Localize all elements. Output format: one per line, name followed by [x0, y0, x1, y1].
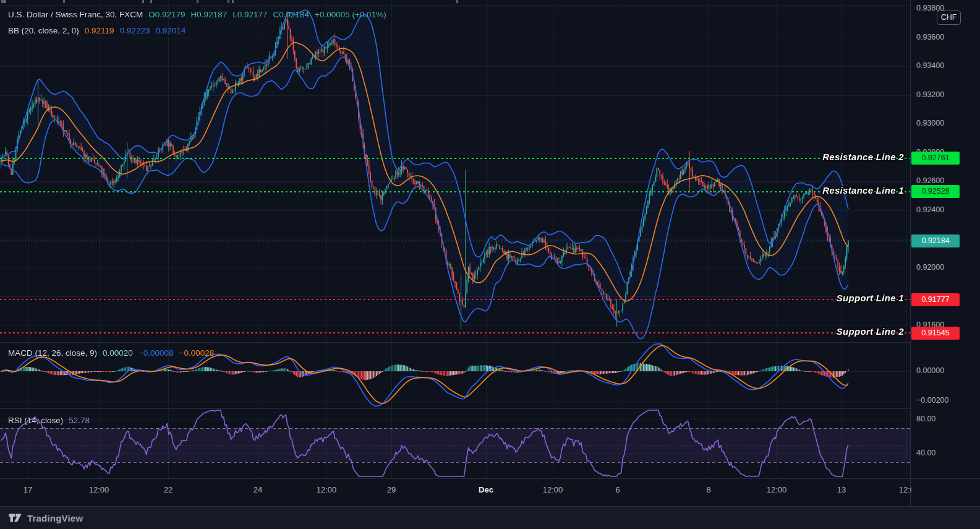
legend-value: O0.92179 — [148, 10, 185, 19]
legend-value: H0.92187 — [191, 10, 228, 19]
clipped-toolbar-text-fragment — [228, 0, 229, 3]
level-line-label[interactable]: Resistance Line 1 — [822, 185, 904, 196]
time-axis-label: 29 — [387, 485, 396, 494]
price-axis-label: 0.92400 — [916, 205, 944, 214]
legend-value: +0.00005 (+0.01%) — [315, 10, 386, 19]
price-axis-label: 0.93600 — [916, 33, 944, 41]
level-line-label[interactable]: Resistance Line 2 — [822, 152, 904, 162]
time-axis-label: 12:00 — [89, 485, 109, 494]
clipped-toolbar-text-fragment — [63, 0, 65, 3]
price-axis-border — [910, 0, 911, 506]
level-line-label[interactable]: Support Line 2 — [837, 326, 904, 337]
clipped-toolbar-text-fragment — [150, 0, 152, 3]
time-axis-label: 24 — [254, 485, 262, 494]
clipped-toolbar-text-fragment — [197, 0, 198, 3]
clipped-toolbar-text-fragment — [456, 0, 458, 3]
legend-value: −0.00028 — [179, 348, 215, 358]
support-line-1[interactable]: Support Line 1 — [0, 299, 910, 300]
time-axis-label: 12:00 — [767, 485, 787, 494]
chart-top-border — [0, 6, 910, 6]
support-line-2[interactable]: Support Line 2 — [0, 332, 910, 333]
clipped-toolbar-text-fragment — [1, 0, 6, 3]
macd-axis-label: −0.00200 — [916, 396, 948, 405]
currency-badge[interactable]: CHF — [937, 11, 961, 25]
legend-title: RSI (14, close) — [8, 416, 63, 425]
price-axis-label: 0.92000 — [916, 263, 944, 272]
last-price-tag: 0.92184 — [911, 234, 960, 247]
time-axis-label: Dec — [479, 485, 493, 494]
level-line-label[interactable]: Support Line 1 — [837, 293, 904, 303]
last-price-line[interactable] — [0, 241, 910, 241]
time-axis-label: 6 — [615, 485, 620, 494]
legend-value: 0.92014 — [155, 26, 185, 35]
footer-bar: TradingView — [0, 506, 980, 529]
legend-value: 0.92119 — [85, 26, 114, 35]
price-chart-canvas[interactable] — [0, 0, 910, 478]
resistance-price-tag: 0.92761 — [911, 152, 960, 165]
symbol-legend[interactable]: U.S. Dollar / Swiss Franc, 30, FXCMO0.92… — [8, 10, 392, 19]
price-axis-label: 0.93200 — [916, 90, 944, 99]
price-axis-label: 0.92600 — [916, 176, 944, 185]
clipped-toolbar-text-fragment — [142, 0, 144, 3]
rsi-axis-label: 80.00 — [916, 415, 935, 423]
legend-title: U.S. Dollar / Swiss Franc, 30, FXCM — [8, 10, 143, 19]
legend-title: BB (20, close, 2, 0) — [8, 26, 79, 35]
rsi-legend[interactable]: RSI (14, close)52.78 — [8, 416, 95, 425]
time-axis-label: 13 — [837, 485, 846, 494]
resistance-line-1[interactable]: Resistance Line 1 — [0, 191, 910, 192]
time-axis-label: 12:00 — [899, 485, 911, 494]
resistance-price-tag: 0.92528 — [911, 185, 960, 198]
support-price-tag: 0.91777 — [911, 293, 960, 306]
legend-value: C0.92184 — [273, 10, 309, 19]
macd-axis-label: 0.00000 — [916, 366, 944, 375]
bb-legend[interactable]: BB (20, close, 2, 0)0.921190.922230.9201… — [8, 26, 191, 35]
resistance-line-2[interactable]: Resistance Line 2 — [0, 158, 910, 159]
macd-pane-divider[interactable] — [0, 342, 910, 343]
price-axis-label: 0.93000 — [916, 119, 944, 127]
legend-value: L0.92177 — [232, 10, 267, 19]
chart-root: U.S. Dollar / Swiss Franc, 30, FXCMO0.92… — [0, 0, 980, 529]
legend-value: 0.92223 — [120, 26, 150, 35]
legend-value: 0.00020 — [103, 348, 133, 358]
rsi-axis-label: 40.00 — [916, 449, 935, 457]
time-axis-label: 12:00 — [317, 485, 337, 494]
time-axis-label: 12:00 — [543, 485, 563, 494]
support-price-tag: 0.91545 — [911, 327, 960, 340]
time-axis-label: 8 — [706, 485, 710, 494]
time-axis[interactable]: 1712:00222412:0029Dec12:006812:001312:00 — [0, 478, 911, 506]
price-axis-label: 0.93400 — [916, 61, 944, 70]
tradingview-brand-text[interactable]: TradingView — [27, 513, 83, 523]
clipped-toolbar-text-fragment — [232, 0, 234, 3]
tradingview-logo-icon[interactable] — [8, 512, 22, 524]
time-axis-label: 22 — [164, 485, 173, 494]
legend-value: −0.00008 — [138, 348, 174, 358]
macd-legend[interactable]: MACD (12, 26, close, 9)0.00020−0.00008−0… — [8, 348, 219, 358]
rsi-pane-divider[interactable] — [0, 408, 910, 409]
time-axis-label: 17 — [23, 485, 32, 494]
legend-title: MACD (12, 26, close, 9) — [8, 348, 97, 358]
legend-value: 52.78 — [69, 416, 90, 425]
